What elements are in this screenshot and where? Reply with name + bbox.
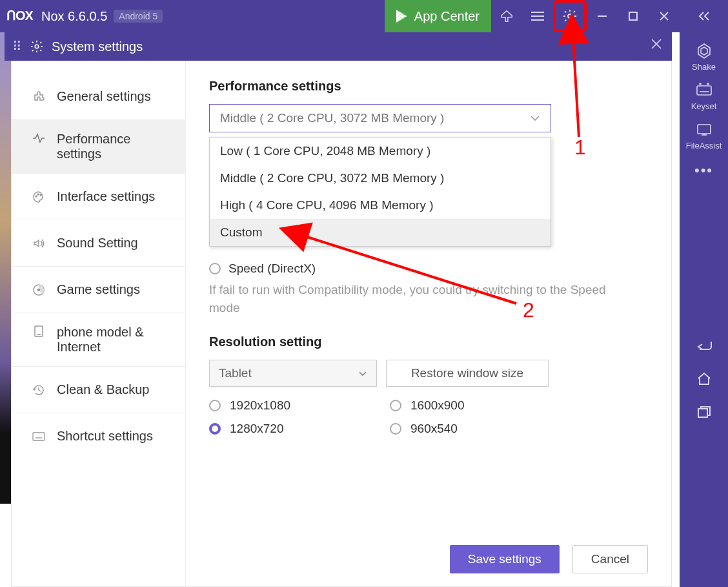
perf-option-custom[interactable]: Custom [210,219,551,246]
radio-icon [390,423,401,435]
restore-window-button[interactable]: Restore window size [386,360,549,387]
window-close-icon[interactable] [649,0,680,32]
home-icon[interactable] [696,371,712,386]
sidebar-item-shortcut[interactable]: Shortcut settings [12,413,185,459]
speed-hint: If fail to run with Compatibility mode, … [209,281,629,316]
chevron-down-icon [358,371,367,376]
settings-sidebar: General settings Performance settings In… [12,61,186,586]
dialog-close-icon[interactable] [650,37,663,50]
sidebar-item-interface[interactable]: Interface settings [12,174,185,220]
sidebar-item-performance[interactable]: Performance settings [12,120,185,173]
svg-point-8 [568,14,572,18]
resolution-section-title: Resolution setting [209,335,648,349]
pulse-icon [31,132,46,145]
puzzle-icon [31,90,46,103]
perf-section-title: Performance settings [209,79,648,94]
svg-rect-15 [697,86,711,95]
svg-point-30 [38,289,40,291]
sidebar-label: Sound Setting [57,236,138,251]
res-option-1600[interactable]: 1600x900 [390,398,519,413]
app-title: Nox 6.6.0.5 [41,9,107,24]
sidebar-label: Interface settings [57,189,155,204]
device-type-select[interactable]: Tablet [209,360,377,387]
settings-icon-highlighted[interactable] [553,0,587,32]
right-rail: Shake Keyset FileAssist ••• [680,0,728,587]
menu-icon[interactable] [522,0,553,32]
rail-shake[interactable]: Shake [692,41,716,72]
perf-option-low[interactable]: Low ( 1 Core CPU, 2048 MB Memory ) [210,138,551,165]
perf-option-high[interactable]: High ( 4 Core CPU, 4096 MB Memory ) [210,192,551,219]
rail-keyset-label: Keyset [691,101,717,111]
keyboard-icon [31,432,46,441]
sidebar-item-phone[interactable]: phone model & Internet [12,313,185,366]
settings-header: ⠿ System settings [5,32,672,61]
sidebar-label: Performance settings [57,132,154,161]
collapse-rail-icon[interactable] [680,0,728,32]
res-option-1920[interactable]: 1920x1080 [209,398,338,413]
sidebar-label: phone model & Internet [57,325,160,355]
perf-preset-dropdown: Low ( 1 Core CPU, 2048 MB Memory ) Middl… [209,137,551,247]
rail-fileassist[interactable]: FileAssist [686,120,722,150]
radio-icon [209,400,221,411]
maximize-icon[interactable] [618,0,649,32]
sidebar-label: General settings [57,89,151,104]
settings-header-title: System settings [52,39,143,54]
sidebar-item-clean[interactable]: Clean & Backup [12,367,185,413]
svg-marker-13 [698,44,710,58]
phone-icon [31,325,46,338]
rail-fileassist-label: FileAssist [686,141,722,150]
sidebar-item-sound[interactable]: Sound Setting [12,220,185,266]
svg-point-23 [35,45,39,48]
settings-content: Performance settings Middle ( 2 Core CPU… [186,61,671,586]
settings-panel: General settings Performance settings In… [11,61,672,587]
minimize-icon[interactable] [587,0,618,32]
back-icon[interactable] [696,339,713,352]
perf-preset-value: Middle ( 2 Core CPU, 3072 MB Memory ) [220,111,444,125]
svg-rect-22 [698,409,707,417]
play-icon [396,10,408,23]
svg-text:ᑎOX: ᑎOX [6,9,34,23]
device-type-value: Tablet [219,366,252,380]
nox-logo: ᑎOX [6,9,35,23]
perf-preset-select[interactable]: Middle ( 2 Core CPU, 3072 MB Memory ) [209,104,551,132]
speed-radio-row[interactable]: Speed (DirectX) [209,262,648,276]
save-label: Save settings [468,552,541,566]
app-center-button[interactable]: App Center [385,0,491,32]
sidebar-label: Game settings [57,282,140,297]
svg-point-16 [700,83,701,85]
sidebar-item-general[interactable]: General settings [12,74,185,119]
rail-shake-label: Shake [692,62,716,72]
radio-icon [209,263,221,274]
chevron-down-icon [530,115,540,121]
sound-icon [31,237,46,250]
cancel-button[interactable]: Cancel [572,545,648,573]
save-button[interactable]: Save settings [450,545,560,573]
annotation-1: 1 [574,136,586,160]
speed-label: Speed (DirectX) [228,262,316,276]
sidebar-label: Shortcut settings [57,429,153,444]
rail-keyset[interactable]: Keyset [691,81,717,111]
svg-rect-10 [629,12,637,20]
res-label: 1920x1080 [230,398,290,413]
history-icon [31,384,46,396]
res-option-960[interactable]: 960x540 [390,422,519,436]
radio-icon [390,400,401,411]
fileassist-icon [695,120,713,138]
svg-point-28 [40,194,41,196]
recents-icon[interactable] [696,405,712,419]
res-option-1280[interactable]: 1280x720 [209,422,338,436]
rail-more-icon[interactable]: ••• [694,162,713,179]
theme-icon[interactable] [491,0,522,32]
cancel-label: Cancel [591,552,629,566]
perf-option-middle[interactable]: Middle ( 2 Core CPU, 3072 MB Memory ) [210,165,551,192]
sidebar-item-game[interactable]: Game settings [12,267,185,313]
wallpaper-edge [0,32,12,504]
radio-selected-icon [209,423,221,435]
titlebar: ᑎOX Nox 6.6.0.5 Android 5 App Center [0,0,680,32]
app-center-label: App Center [414,9,480,24]
res-label: 1600x900 [410,398,464,413]
drag-handle-icon[interactable]: ⠿ [12,39,22,54]
svg-point-26 [35,196,37,197]
keyset-icon [695,81,713,99]
svg-point-27 [37,194,39,195]
